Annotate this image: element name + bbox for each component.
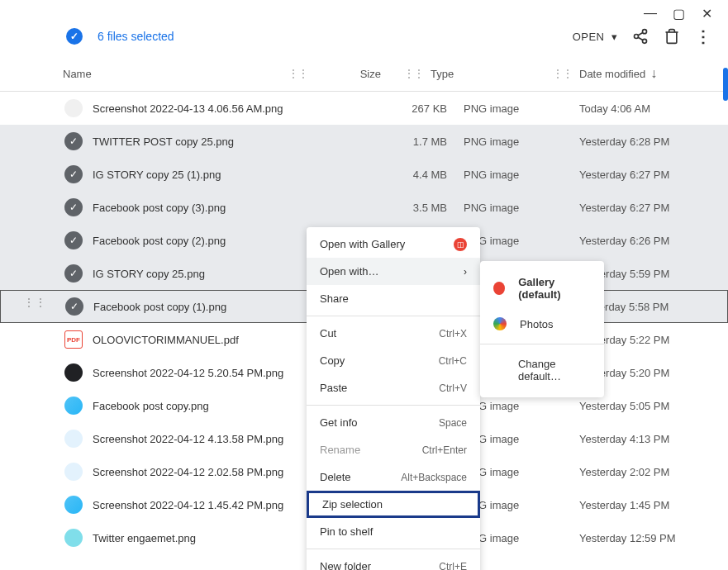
menu-item-label: New folder <box>320 560 371 570</box>
file-row[interactable]: ✓ TWITTER POST copy 25.png 1.7 MB PNG im… <box>0 125 728 158</box>
menu-separator <box>307 405 480 406</box>
context-menu-item[interactable]: PasteCtrl+V <box>307 374 480 401</box>
context-menu-item[interactable]: Open with…› <box>307 258 480 285</box>
column-type-header[interactable]: Type <box>431 68 546 80</box>
file-icon: ✓ <box>65 297 83 316</box>
svg-point-2 <box>643 39 647 43</box>
menu-separator <box>307 549 480 549</box>
file-icon <box>64 430 83 448</box>
file-type: PNG image <box>464 499 579 511</box>
menu-separator <box>307 316 480 316</box>
submenu-label: Change default… <box>518 358 591 382</box>
file-icon <box>64 99 83 117</box>
file-icon: ✓ <box>64 198 83 216</box>
file-name: Facebook post copy (3).png <box>63 202 381 214</box>
context-menu-item[interactable]: Share <box>307 285 480 312</box>
menu-item-label: Zip selection <box>322 498 383 511</box>
context-menu-item[interactable]: CopyCtrl+C <box>307 347 480 374</box>
chevron-right-icon: › <box>464 266 467 278</box>
more-options-icon[interactable]: ⋮ <box>695 28 711 45</box>
close-button[interactable]: ✕ <box>700 7 713 20</box>
selection-check-icon[interactable]: ✓ <box>66 28 83 45</box>
file-icon <box>64 363 83 382</box>
file-type: PNG image <box>464 433 579 445</box>
submenu-item[interactable]: Change default… <box>480 349 604 391</box>
sort-arrow-icon: ↓ <box>650 66 657 81</box>
file-date: Yesterday 2:02 PM <box>579 466 711 478</box>
file-type: PNG image <box>464 202 579 214</box>
file-size: 1.7 MB <box>381 135 464 148</box>
svg-point-0 <box>643 30 647 34</box>
menu-item-label: Rename <box>320 444 360 456</box>
column-name-header[interactable]: Name <box>63 68 282 80</box>
minimize-button[interactable]: — <box>644 7 657 20</box>
menu-item-label: Delete <box>320 471 351 483</box>
menu-item-label: Open with… <box>320 265 379 278</box>
maximize-button[interactable]: ▢ <box>672 7 685 20</box>
context-menu-item[interactable]: Pin to shelf <box>307 518 480 545</box>
file-icon <box>64 463 83 481</box>
file-date: Yesterday 6:27 PM <box>579 202 711 214</box>
file-row[interactable]: ✓ Facebook post copy (3).png 3.5 MB PNG … <box>0 191 728 224</box>
svg-line-4 <box>638 32 643 35</box>
gallery-app-icon <box>493 282 505 295</box>
file-type: PNG image <box>464 532 579 544</box>
submenu-item[interactable]: Gallery (default) <box>480 268 604 309</box>
file-size: 4.4 MB <box>381 169 464 181</box>
svg-point-1 <box>635 35 639 39</box>
file-name: Screenshot 2022-04-13 4.06.56 AM.png <box>63 102 381 115</box>
file-date: Yesterday 6:27 PM <box>579 169 711 181</box>
menu-separator <box>480 344 604 344</box>
drag-handle-icon[interactable]: ⋮⋮ <box>23 296 46 309</box>
column-resize-handle[interactable]: ⋮⋮ <box>546 68 579 79</box>
gallery-app-icon: ◫ <box>454 238 467 251</box>
open-with-submenu: Gallery (default)PhotosChange default… <box>480 261 604 397</box>
share-icon[interactable] <box>632 28 649 45</box>
submenu-item[interactable]: Photos <box>480 309 604 339</box>
file-date: Yesterday 6:26 PM <box>579 235 711 247</box>
menu-item-label: Open with Gallery <box>320 238 405 250</box>
delete-icon[interactable] <box>664 28 680 45</box>
column-date-header[interactable]: Date modified ↓ <box>579 66 711 81</box>
menu-item-label: Paste <box>320 382 347 394</box>
context-menu: Open with Gallery◫Open with…›ShareCutCtr… <box>307 227 480 570</box>
context-menu-item[interactable]: New folderCtrl+E <box>307 553 480 570</box>
context-menu-item[interactable]: Get infoSpace <box>307 409 480 436</box>
file-icon: ✓ <box>64 264 83 283</box>
file-icon <box>64 397 83 415</box>
file-type: PNG image <box>464 135 579 148</box>
file-icon <box>64 496 83 514</box>
open-button[interactable]: OPEN ▾ <box>573 31 617 43</box>
submenu-label: Photos <box>520 318 553 330</box>
scrollbar[interactable] <box>723 68 728 101</box>
file-name: IG STORY copy 25 (1).png <box>63 169 381 181</box>
file-type: PNG image <box>464 235 579 247</box>
context-menu-item[interactable]: Zip selection <box>307 491 480 518</box>
file-date: Yesterday 4:13 PM <box>579 433 711 445</box>
dropdown-caret-icon: ▾ <box>611 31 618 43</box>
context-menu-item[interactable]: Open with Gallery◫ <box>307 230 480 258</box>
file-type: PNG image <box>464 400 579 412</box>
file-row[interactable]: ✓ IG STORY copy 25 (1).png 4.4 MB PNG im… <box>0 158 728 191</box>
file-date: Today 4:06 AM <box>579 102 711 115</box>
file-date: Yesterday 6:28 PM <box>579 135 711 148</box>
shortcut-label: Ctrl+C <box>439 355 467 367</box>
column-resize-handle[interactable]: ⋮⋮ <box>397 68 431 79</box>
shortcut-label: Alt+Backspace <box>401 472 467 483</box>
file-icon <box>64 529 83 547</box>
file-icon: PDF <box>64 330 83 349</box>
context-menu-item[interactable]: RenameCtrl+Enter <box>307 436 480 463</box>
shortcut-label: Space <box>439 417 467 429</box>
file-date: Yesterday 1:45 PM <box>579 499 711 511</box>
file-date: Yesterday 5:05 PM <box>579 400 711 412</box>
shortcut-label: Ctrl+X <box>439 328 467 340</box>
context-menu-item[interactable]: CutCtrl+X <box>307 320 480 347</box>
file-row[interactable]: Screenshot 2022-04-13 4.06.56 AM.png 267… <box>0 92 728 125</box>
file-date: Yesterday 12:59 PM <box>579 532 711 544</box>
file-type: PNG image <box>464 102 579 115</box>
column-size-header[interactable]: Size <box>315 68 397 80</box>
context-menu-item[interactable]: DeleteAlt+Backspace <box>307 463 480 491</box>
menu-item-label: Share <box>320 292 349 305</box>
submenu-label: Gallery (default) <box>518 276 591 301</box>
column-resize-handle[interactable]: ⋮⋮ <box>282 68 315 79</box>
